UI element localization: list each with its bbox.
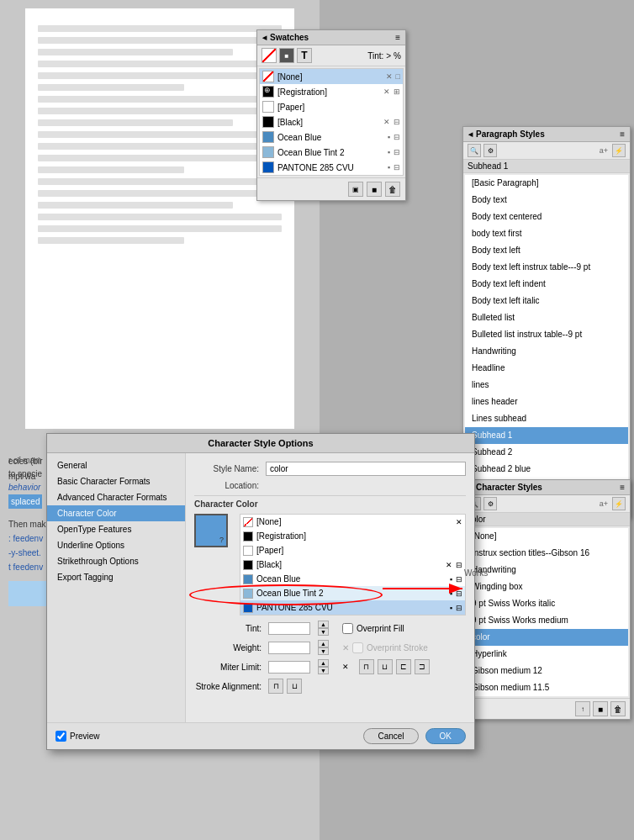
para-styles-lightning-btn[interactable]: ⚡ <box>612 144 626 157</box>
swatch-item-black[interactable]: [Black] ✕ ⊟ <box>260 114 403 129</box>
miter-down-arrow[interactable]: ▼ <box>318 667 329 674</box>
char-style-row-9pt-medium[interactable]: 9 pt Swiss Works medium <box>465 612 628 629</box>
style-row-handwriting[interactable]: Handwriting <box>465 343 628 360</box>
works-text: Works <box>464 568 488 578</box>
swatch-item-registration[interactable]: ⊕ [Registration] ✕ ⊞ <box>260 84 403 99</box>
style-row-bulleted-instrux[interactable]: Bulleted list instrux table--9 pt <box>465 326 628 343</box>
sidebar-item-strikethrough[interactable]: Strikethrough Options <box>47 553 185 569</box>
miter-input[interactable] <box>268 661 310 674</box>
style-row-body-text-first[interactable]: body text first <box>465 225 628 242</box>
dialog-swatch-pantone[interactable]: PANTONE 285 CVU ▪ ⊟ <box>240 600 465 615</box>
style-row-headline[interactable]: Headline <box>465 360 628 377</box>
style-row-body-text-instrux[interactable]: Body text left instrux table---9 pt <box>465 259 628 276</box>
miter-up-arrow[interactable]: ▲ <box>318 659 329 667</box>
sidebar-item-advanced-char[interactable]: Advanced Character Formats <box>47 489 185 505</box>
style-name-row: Style Name: <box>194 462 466 476</box>
sidebar-item-opentype[interactable]: OpenType Features <box>47 521 185 537</box>
char-styles-delete-btn[interactable]: 🗑 <box>610 701 626 716</box>
swatch-item-none[interactable]: [None] ✕ □ <box>260 69 403 84</box>
swatch-item-paper[interactable]: [Paper] <box>260 99 403 114</box>
style-row-lines-header[interactable]: lines header <box>465 394 628 410</box>
style-row-basic-paragraph[interactable]: [Basic Paragraph] <box>465 175 628 192</box>
swatch-name: [Registration] <box>277 87 380 97</box>
style-row-subhead2-blue[interactable]: Subhead 2 blue <box>465 461 628 478</box>
swatches-new-swatch-btn[interactable]: ■ <box>367 182 382 197</box>
overprint-fill-checkbox[interactable] <box>342 623 353 634</box>
dialog-swatch-black[interactable]: [Black] ✕ ⊟ <box>240 557 465 572</box>
stroke-align-inside-btn[interactable]: ⊓ <box>268 679 283 694</box>
stroke-align-btn-3[interactable]: ⊏ <box>396 659 411 674</box>
style-row-lines-subhead[interactable]: Lines subhead <box>465 410 628 427</box>
char-style-row-handwriting[interactable]: Handwriting <box>465 562 628 578</box>
char-style-row-9pt-italic[interactable]: 9 pt Swiss Works italic <box>465 595 628 612</box>
cancel-button[interactable]: Cancel <box>363 728 418 744</box>
para-styles-options-btn[interactable]: ⚙ <box>483 144 497 157</box>
overprint-stroke-checkbox[interactable] <box>352 642 363 653</box>
char-style-row-gibson-12[interactable]: Gibson medium 12 <box>465 663 628 679</box>
style-row-lines[interactable]: lines <box>465 377 628 394</box>
char-styles-menu-icon[interactable]: ≡ <box>620 483 625 492</box>
sidebar-item-export-tagging[interactable]: Export Tagging <box>47 569 185 585</box>
dialog-swatch-ocean-blue[interactable]: Ocean Blue ▪ ⊟ <box>240 572 465 586</box>
text-swatch-btn[interactable]: T <box>297 48 312 63</box>
char-style-row-wingding[interactable]: Wingding box <box>465 578 628 595</box>
tint-up-arrow[interactable]: ▲ <box>318 621 329 628</box>
char-style-row-instrux[interactable]: Instrux section titles--Gibson 16 <box>465 545 628 562</box>
none-swatch-btn[interactable] <box>262 48 277 63</box>
char-styles-options-btn[interactable]: ⚙ <box>483 497 497 510</box>
style-row-body-text[interactable]: Body text <box>465 192 628 209</box>
char-style-row-color[interactable]: color <box>465 629 628 646</box>
style-row-body-text-indent[interactable]: Body text left indent <box>465 276 628 293</box>
stroke-align-btn-1[interactable]: ⊓ <box>359 659 374 674</box>
dialog-swatch-paper[interactable]: [Paper] <box>240 543 465 557</box>
style-row-body-text-centered[interactable]: Body text centered <box>465 209 628 225</box>
para-styles-collapse-arrow[interactable]: ◂ <box>468 129 473 139</box>
dialog-swatch-none[interactable]: [None] ✕ <box>240 515 465 529</box>
char-styles-new-btn[interactable]: ■ <box>593 701 608 716</box>
char-style-row-hyperlink[interactable]: Hyperlink <box>465 646 628 663</box>
swatch-type-icon: □ <box>396 72 400 81</box>
dialog-swatch-registration[interactable]: [Registration] <box>240 529 465 543</box>
style-row-body-text-italic[interactable]: Body text left italic <box>465 293 628 309</box>
stroke-align-btn-2[interactable]: ⊔ <box>378 659 393 674</box>
sidebar-item-underline[interactable]: Underline Options <box>47 537 185 553</box>
weight-up-arrow[interactable]: ▲ <box>318 640 329 647</box>
stroke-align-center-btn[interactable]: ⊔ <box>287 679 302 694</box>
swatch-item-pantone[interactable]: PANTONE 285 CVU ▪ ⊟ <box>260 160 403 175</box>
swatches-menu-icon[interactable]: ≡ <box>395 33 400 42</box>
sidebar-item-basic-char[interactable]: Basic Character Formats <box>47 473 185 489</box>
style-name-input[interactable] <box>266 462 466 476</box>
char-styles-load-btn[interactable]: ↑ <box>575 701 590 716</box>
tint-input[interactable] <box>268 622 310 635</box>
dialog-swatch-ocean-blue-tint2[interactable]: Ocean Blue Tint 2 ▪ ⊟ <box>240 586 465 600</box>
dialog-swatch-icon: ✕ <box>456 518 462 526</box>
swatches-delete-btn[interactable]: 🗑 <box>385 182 400 197</box>
ok-button[interactable]: OK <box>425 728 466 744</box>
tint-down-arrow[interactable]: ▼ <box>318 628 329 636</box>
char-styles-lightning-btn[interactable]: ⚡ <box>612 497 626 510</box>
doc-line <box>38 237 184 244</box>
fill-swatch-btn[interactable]: ■ <box>279 48 294 63</box>
dialog-swatch-icon: ▪ <box>450 575 452 584</box>
swatches-collapse-arrow[interactable]: ◂ <box>262 33 267 42</box>
char-style-row-gibson-115[interactable]: Gibson medium 11.5 <box>465 679 628 696</box>
para-styles-menu-icon[interactable]: ≡ <box>620 129 625 139</box>
preview-checkbox[interactable] <box>55 731 66 742</box>
swatches-new-color-group-btn[interactable]: ▣ <box>348 182 363 197</box>
style-row-subhead1[interactable]: Subhead 1 <box>465 427 628 444</box>
section-header: Character Color <box>194 499 466 509</box>
swatch-item-ocean-blue[interactable]: Ocean Blue ▪ ⊟ <box>260 129 403 145</box>
para-styles-search-btn[interactable]: 🔍 <box>468 144 481 157</box>
style-row-bulleted-list[interactable]: Bulleted list <box>465 309 628 326</box>
swatch-color-paper <box>262 101 274 113</box>
char-style-row-none[interactable]: [None] <box>465 528 628 545</box>
weight-input[interactable] <box>268 642 310 654</box>
sidebar-item-general[interactable]: General <box>47 457 185 473</box>
stroke-align-btn-4[interactable]: ⊐ <box>415 659 430 674</box>
sidebar-item-char-color[interactable]: Character Color <box>47 505 185 521</box>
swatch-item-ocean-blue-tint2[interactable]: Ocean Blue Tint 2 ▪ ⊟ <box>260 145 403 160</box>
style-row-subhead2[interactable]: Subhead 2 <box>465 444 628 461</box>
style-row-body-text-left[interactable]: Body text left <box>465 242 628 259</box>
para-styles-list: [Basic Paragraph] Body text Body text ce… <box>465 175 628 494</box>
weight-down-arrow[interactable]: ▼ <box>318 647 329 655</box>
